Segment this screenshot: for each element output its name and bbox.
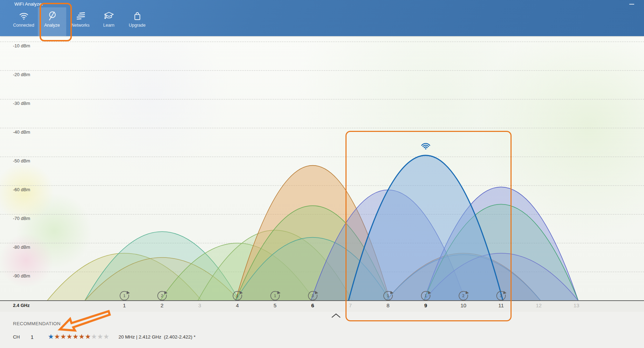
- gridline: [0, 99, 644, 100]
- channel-column-label: CH: [13, 334, 20, 340]
- shopping-bag-icon: [132, 11, 143, 21]
- spectrum-chart-background: [0, 36, 644, 301]
- star-empty-icon: ★: [97, 333, 103, 340]
- gridline: [0, 185, 644, 186]
- tab-upgrade[interactable]: Upgrade: [123, 7, 151, 36]
- channel-label: 8: [381, 302, 396, 308]
- collapse-panel-chevron-icon[interactable]: [330, 313, 342, 319]
- y-axis-label: -60 dBm: [13, 187, 30, 192]
- y-axis-label: -30 dBm: [13, 101, 30, 106]
- channel-label: 3: [192, 302, 207, 308]
- star-orange-icon: ★: [66, 333, 73, 340]
- networks-list-icon: [75, 11, 86, 21]
- wifi-icon: [19, 11, 29, 21]
- star-orange-icon: ★: [73, 333, 79, 340]
- star-blue-icon: ★: [48, 333, 54, 340]
- channel-rating-stars: ★★★★★★★★★★: [48, 333, 109, 340]
- gridline: [0, 156, 644, 157]
- app-title: WiFi Analyzer: [14, 1, 43, 7]
- tab-label: Upgrade: [129, 23, 146, 28]
- y-axis-label: -90 dBm: [13, 273, 30, 279]
- recommendation-details: 20 MHz | 2.412 GHz (2.402-2.422) *: [118, 334, 196, 340]
- gridline: [0, 70, 644, 71]
- channel-label: 10: [456, 302, 471, 308]
- star-empty-icon: ★: [91, 333, 97, 340]
- tab-connected[interactable]: Connected: [9, 7, 38, 36]
- minimize-icon[interactable]: [629, 4, 634, 5]
- x-axis-strip: [0, 301, 644, 312]
- channel-label: 1: [117, 302, 132, 308]
- star-orange-icon: ★: [54, 333, 60, 340]
- channel-label: 13: [569, 302, 584, 308]
- recommendation-heading: RECOMMENDATION: [13, 321, 61, 326]
- band-label: 2.4 GHz: [13, 303, 30, 308]
- star-orange-icon: ★: [79, 333, 85, 340]
- y-axis-label: -70 dBm: [13, 216, 30, 221]
- channel-label: 7: [343, 302, 358, 308]
- channel-label: 5: [267, 302, 283, 308]
- tab-label: Analyze: [44, 23, 60, 28]
- y-axis-label: -40 dBm: [13, 129, 30, 135]
- gridline: [0, 214, 644, 215]
- wifi-analyzer-window: WiFi Analyzer ConnectedAnalyzeNetworksLe…: [0, 0, 644, 348]
- gridline: [0, 272, 644, 272]
- graduation-cap-icon: [104, 11, 114, 21]
- recommended-channel-value: 1: [31, 334, 34, 340]
- tab-learn[interactable]: Learn: [95, 7, 123, 36]
- y-axis-label: -50 dBm: [13, 158, 30, 163]
- star-orange-icon: ★: [60, 333, 67, 340]
- channel-label: 2: [155, 302, 170, 308]
- channel-label: 12: [531, 302, 547, 308]
- gridline: [0, 41, 644, 42]
- star-empty-icon: ★: [103, 333, 110, 340]
- tab-analyze[interactable]: Analyze: [38, 7, 66, 36]
- tab-label: Networks: [71, 23, 89, 28]
- nav-tabs: ConnectedAnalyzeNetworksLearnUpgrade: [9, 7, 151, 36]
- y-axis-label: -80 dBm: [13, 245, 30, 250]
- analyze-magnifier-icon: [47, 11, 57, 21]
- star-orange-icon: ★: [85, 333, 91, 340]
- gridline: [0, 243, 644, 243]
- tab-label: Connected: [13, 23, 34, 28]
- channel-label: 11: [493, 302, 509, 308]
- gridline: [0, 128, 644, 128]
- app-header: WiFi Analyzer ConnectedAnalyzeNetworksLe…: [0, 0, 644, 36]
- channel-label: 9: [418, 302, 433, 308]
- y-axis-label: -10 dBm: [13, 43, 30, 48]
- recommendation-row: CH 1 ★★★★★★★★★★ 20 MHz | 2.412 GHz (2.40…: [13, 333, 196, 340]
- recommendation-panel: [0, 312, 644, 348]
- channel-label: 6: [305, 302, 321, 308]
- tab-networks[interactable]: Networks: [66, 7, 95, 36]
- y-axis-label: -20 dBm: [13, 72, 30, 77]
- tab-label: Learn: [103, 23, 115, 28]
- channel-label: 4: [230, 302, 245, 308]
